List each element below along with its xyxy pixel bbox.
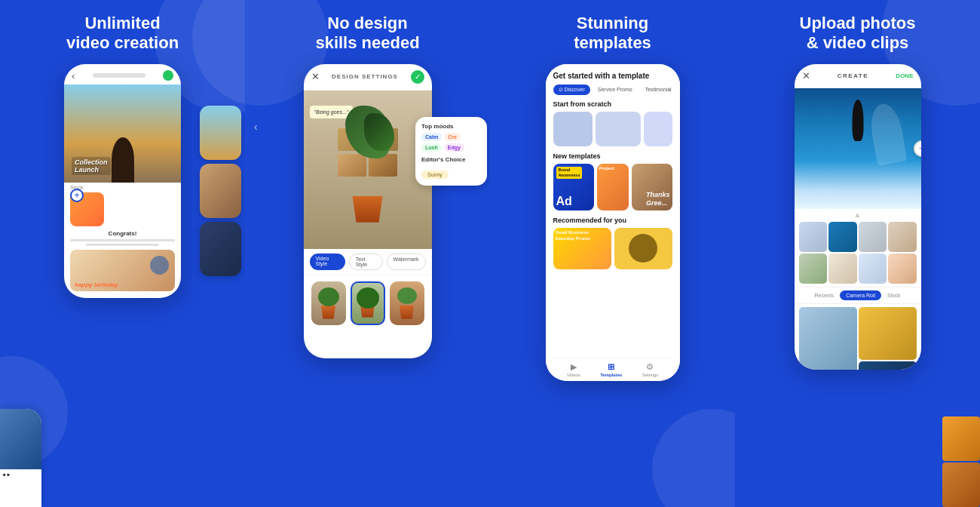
design-settings-title: DESIGN SETTINGS: [332, 73, 398, 80]
recommended-title: Recommended for you: [553, 217, 672, 224]
close-icon[interactable]: ✕: [311, 71, 320, 82]
side-thumb-2: [200, 164, 241, 218]
pot-1: [320, 306, 338, 319]
brand-awareness-template[interactable]: BrandAwareness Ad: [553, 164, 594, 210]
header-line: [93, 73, 145, 78]
prev-arrow[interactable]: ‹: [254, 121, 258, 133]
plant-thumb-3[interactable]: [390, 281, 424, 325]
panel-upload: Upload photos & video clips ✕ CREATE DON…: [735, 0, 980, 507]
side-thumb-1: [200, 106, 241, 160]
gallery-bottom-right[interactable]: [859, 361, 917, 370]
grid-photo-6[interactable]: [828, 254, 857, 284]
birthday-label: happy birthday: [75, 281, 118, 288]
grid-photo-4[interactable]: [888, 222, 917, 252]
thanks-template[interactable]: ThanksGree...: [632, 164, 672, 210]
tab-recents[interactable]: Recents: [808, 290, 840, 300]
dog-template[interactable]: [614, 228, 672, 269]
surfer-figure: [852, 100, 863, 141]
mood-tags: Calm Cre Lush Edgy: [421, 133, 481, 152]
style-tabs: Video Style Text Style Watermark: [304, 249, 432, 275]
tab-watermark[interactable]: Watermark: [387, 254, 426, 270]
landscape-image: Collection Launch: [64, 84, 181, 183]
videos-icon: ▶: [571, 362, 577, 372]
grid-photo-3[interactable]: [859, 222, 887, 252]
tab-testimonial[interactable]: Testimonial: [640, 84, 672, 95]
project-label: Project: [599, 166, 614, 171]
create-header: ✕ CREATE DONE: [795, 64, 921, 88]
phone-header: ‹: [64, 64, 181, 84]
sunny-tag[interactable]: Sunny: [421, 171, 449, 179]
mood-panel: Top moods Calm Cre Lush Edgy Editor's Ch…: [415, 117, 487, 186]
divider-line: [70, 239, 175, 241]
extra-gallery: [942, 416, 980, 507]
wave-shape: [867, 101, 907, 166]
template-phone-content: Get started with a template ⊙ Discover S…: [546, 64, 680, 381]
photo-grid: [795, 220, 921, 287]
panel4-phone: ✕ CREATE DONE + ▲ Recents: [795, 64, 921, 370]
person-figure: [112, 137, 134, 183]
tab-discover[interactable]: ⊙ Discover: [553, 84, 590, 95]
collection-launch-text: Collection Launch: [72, 157, 111, 175]
congrats-title: Congrats!: [70, 230, 175, 237]
scratch-item-3[interactable]: [644, 112, 672, 146]
panel1-phone: ‹ Collection Launch Stock Congrats! happ…: [64, 64, 181, 298]
divider-line2: [86, 244, 159, 246]
new-templates-title: New templates: [553, 152, 672, 160]
tab-stock[interactable]: Stock: [881, 290, 907, 300]
nav-templates[interactable]: ⊞ Templates: [600, 362, 622, 377]
plant-thumb-1[interactable]: [311, 281, 346, 325]
panel2-title: No design skills needed: [315, 14, 419, 54]
panel-templates: Stunning templates Get started with a te…: [490, 0, 735, 507]
tab-text-style[interactable]: Text Style: [349, 254, 383, 270]
done-button[interactable]: DONE: [896, 72, 913, 79]
nav-settings[interactable]: ⚙ Settings: [642, 362, 659, 377]
panel3-phone: Get started with a template ⊙ Discover S…: [546, 64, 680, 381]
arrow-up-area: ▲: [795, 209, 921, 220]
design-header: ✕ DESIGN SETTINGS ✓: [304, 64, 432, 91]
gallery-large[interactable]: [799, 307, 857, 370]
start-scratch-title: Start from scratch: [553, 100, 672, 108]
recommended-row: Small BusinessSaturday Promo: [553, 228, 672, 269]
gallery-top-right[interactable]: [859, 307, 917, 360]
new-templates-row: BrandAwareness Ad Project ThanksGree...: [553, 164, 672, 210]
plus-circle[interactable]: +: [914, 140, 921, 157]
extra-2: [942, 462, 980, 507]
mood-edgy[interactable]: Edgy: [444, 143, 464, 152]
mood-lush[interactable]: Lush: [421, 143, 442, 152]
nav-videos[interactable]: ▶ Videos: [567, 362, 580, 377]
tab-camera-roll[interactable]: Camera Roll: [840, 290, 881, 300]
scratch-item-1[interactable]: [553, 112, 593, 146]
grid-photo-8[interactable]: [888, 254, 917, 284]
close-icon-2[interactable]: ✕: [802, 70, 810, 81]
plant-thumbs: [304, 275, 432, 331]
grid-photo-2[interactable]: [828, 222, 857, 252]
scratch-item-2[interactable]: [596, 112, 641, 146]
leaves-2: [357, 287, 379, 309]
grid-photo-7[interactable]: [859, 254, 887, 284]
ad-big-text: Ad: [556, 195, 572, 208]
mood-calm[interactable]: Calm: [421, 133, 442, 141]
panel3-title: Stunning templates: [574, 14, 651, 54]
top-moods-title: Top moods: [421, 123, 481, 130]
tab-video-style[interactable]: Video Style: [310, 254, 345, 270]
partial-text: ■ ■: [0, 469, 41, 480]
grid-photo-1[interactable]: [799, 222, 828, 252]
mood-creative[interactable]: Cre: [444, 133, 461, 141]
partial-phone-left: ■ ■: [0, 409, 41, 507]
project-template[interactable]: Project: [597, 164, 629, 210]
settings-icon: ⚙: [646, 362, 654, 372]
plant-thumb-2[interactable]: [351, 281, 385, 325]
plus-button[interactable]: +: [70, 189, 84, 202]
back-icon: ‹: [72, 70, 75, 81]
small-biz-label: Small BusinessSaturday Promo: [556, 230, 590, 242]
arrow-up-icon: ▲: [854, 210, 862, 219]
side-thumb-3: [200, 222, 241, 276]
confirm-icon[interactable]: ✓: [411, 70, 424, 84]
small-biz-template[interactable]: Small BusinessSaturday Promo: [553, 228, 611, 269]
partial-img: [0, 409, 41, 469]
side-thumbnails: [200, 106, 241, 276]
discover-icon: ⊙: [559, 87, 563, 93]
tab-service-promo[interactable]: Service Promo: [593, 84, 638, 95]
grid-photo-5[interactable]: [799, 254, 828, 284]
design-main-image: "Being goes...": [304, 91, 432, 249]
